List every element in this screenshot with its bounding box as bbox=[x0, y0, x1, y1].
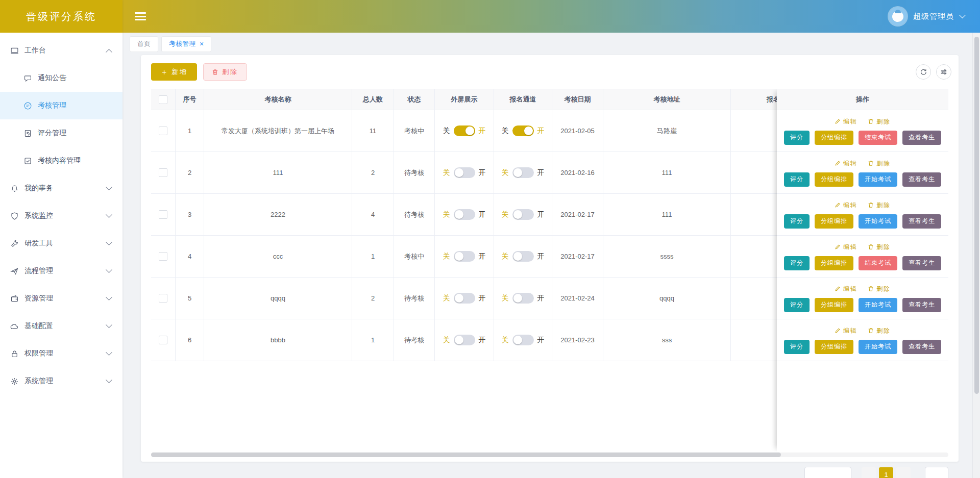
view-candidates-button[interactable]: 查看考生 bbox=[902, 298, 941, 312]
group-arrange-button[interactable]: 分组编排 bbox=[815, 298, 853, 312]
signup-channel-toggle[interactable]: 关开 bbox=[502, 125, 545, 136]
sidebar-item-resource-mgmt[interactable]: 资源管理 bbox=[0, 285, 122, 312]
view-candidates-button[interactable]: 查看考生 bbox=[902, 340, 941, 354]
refresh-button[interactable] bbox=[916, 64, 931, 80]
score-button[interactable]: 评分 bbox=[784, 340, 810, 354]
sidebar-item-basic-config[interactable]: 基础配置 bbox=[0, 312, 122, 340]
row-checkbox[interactable] bbox=[159, 294, 167, 303]
signup-channel-toggle[interactable]: 关开 bbox=[502, 251, 545, 262]
sidebar-item-scoring[interactable]: 评分管理 bbox=[0, 119, 122, 147]
delete-link[interactable]: 删除 bbox=[868, 117, 891, 126]
toggle-pill[interactable] bbox=[512, 209, 534, 220]
select-all-checkbox[interactable] bbox=[159, 95, 167, 104]
edit-link[interactable]: 编辑 bbox=[835, 326, 857, 335]
tab-assessment[interactable]: 考核管理 × bbox=[161, 36, 211, 52]
toggle-pill[interactable] bbox=[512, 293, 534, 304]
chevron-down-icon bbox=[106, 266, 112, 273]
row-checkbox[interactable] bbox=[159, 336, 167, 344]
delete-link[interactable]: 删除 bbox=[868, 326, 891, 335]
column-settings-button[interactable] bbox=[936, 64, 951, 80]
user-menu[interactable]: 超级管理员 bbox=[889, 7, 965, 26]
toggle-pill[interactable] bbox=[454, 293, 475, 304]
start-exam-button[interactable]: 开始考试 bbox=[859, 214, 897, 229]
page-jump-input[interactable] bbox=[925, 467, 948, 478]
edit-link[interactable]: 编辑 bbox=[835, 285, 857, 293]
screen-display-toggle[interactable]: 关开 bbox=[443, 125, 486, 136]
screen-display-toggle[interactable]: 关开 bbox=[443, 209, 486, 220]
score-button[interactable]: 评分 bbox=[784, 131, 810, 145]
edit-link[interactable]: 编辑 bbox=[835, 159, 857, 168]
start-exam-button[interactable]: 开始考试 bbox=[859, 172, 897, 187]
sidebar-item-assessment[interactable]: 考核管理 bbox=[0, 92, 122, 119]
end-exam-button[interactable]: 结束考试 bbox=[859, 131, 897, 145]
prev-page-button[interactable] bbox=[862, 467, 876, 478]
score-button[interactable]: 评分 bbox=[784, 214, 810, 229]
sidebar-item-my-affairs[interactable]: 我的事务 bbox=[0, 174, 122, 202]
signup-channel-toggle[interactable]: 关开 bbox=[502, 293, 545, 304]
score-button[interactable]: 评分 bbox=[784, 256, 810, 270]
group-arrange-button[interactable]: 分组编排 bbox=[815, 256, 853, 270]
view-candidates-button[interactable]: 查看考生 bbox=[902, 256, 941, 270]
start-exam-button[interactable]: 开始考试 bbox=[859, 298, 897, 312]
screen-display-toggle[interactable]: 关开 bbox=[443, 335, 486, 345]
edit-link[interactable]: 编辑 bbox=[835, 117, 857, 126]
signup-channel-toggle[interactable]: 关开 bbox=[502, 209, 545, 220]
group-arrange-button[interactable]: 分组编排 bbox=[815, 131, 853, 145]
sidebar-item-workbench[interactable]: 工作台 bbox=[0, 37, 122, 64]
group-arrange-button[interactable]: 分组编排 bbox=[815, 172, 853, 187]
edit-link[interactable]: 编辑 bbox=[835, 243, 857, 251]
row-checkbox[interactable] bbox=[159, 210, 167, 219]
toggle-pill[interactable] bbox=[454, 167, 475, 178]
start-exam-button[interactable]: 开始考试 bbox=[859, 340, 897, 354]
next-page-button[interactable] bbox=[896, 467, 911, 478]
group-arrange-button[interactable]: 分组编排 bbox=[815, 214, 853, 229]
sidebar-item-system-monitor[interactable]: 系统监控 bbox=[0, 202, 122, 230]
view-candidates-button[interactable]: 查看考生 bbox=[902, 214, 941, 229]
horizontal-scrollbar-thumb[interactable] bbox=[151, 452, 781, 457]
screen-display-toggle[interactable]: 关开 bbox=[443, 293, 486, 304]
signup-channel-toggle[interactable]: 关开 bbox=[502, 335, 545, 345]
delete-link[interactable]: 删除 bbox=[868, 285, 891, 293]
toggle-pill[interactable] bbox=[454, 209, 475, 220]
horizontal-scrollbar[interactable] bbox=[151, 452, 948, 457]
toggle-pill[interactable] bbox=[454, 251, 475, 262]
score-button[interactable]: 评分 bbox=[784, 172, 810, 187]
add-button[interactable]: ＋ 新增 bbox=[151, 63, 197, 81]
page-size-select[interactable] bbox=[804, 467, 851, 478]
delete-link[interactable]: 删除 bbox=[868, 243, 891, 251]
toggle-pill[interactable] bbox=[454, 335, 475, 345]
current-page-button[interactable]: 1 bbox=[879, 467, 893, 478]
delete-button[interactable]: 删除 bbox=[203, 63, 247, 81]
screen-display-toggle[interactable]: 关开 bbox=[443, 251, 486, 262]
toggle-pill[interactable] bbox=[512, 335, 534, 345]
delete-link[interactable]: 删除 bbox=[868, 159, 891, 168]
vertical-scrollbar[interactable] bbox=[972, 33, 980, 478]
sidebar-item-notice[interactable]: 通知公告 bbox=[0, 64, 122, 92]
vertical-scrollbar-thumb[interactable] bbox=[974, 37, 979, 394]
group-arrange-button[interactable]: 分组编排 bbox=[815, 340, 853, 354]
edit-link-label: 编辑 bbox=[843, 117, 857, 126]
row-checkbox[interactable] bbox=[159, 168, 167, 177]
sidebar-item-assessment-content[interactable]: 考核内容管理 bbox=[0, 147, 122, 174]
row-checkbox[interactable] bbox=[159, 252, 167, 261]
view-candidates-button[interactable]: 查看考生 bbox=[902, 172, 941, 187]
tab-home[interactable]: 首页 bbox=[130, 36, 158, 52]
screen-display-toggle[interactable]: 关开 bbox=[443, 167, 486, 178]
edit-link[interactable]: 编辑 bbox=[835, 201, 857, 210]
sidebar-item-process-mgmt[interactable]: 流程管理 bbox=[0, 257, 122, 285]
delete-link[interactable]: 删除 bbox=[868, 201, 891, 210]
signup-channel-toggle[interactable]: 关开 bbox=[502, 167, 545, 178]
sidebar-item-system-mgmt[interactable]: 系统管理 bbox=[0, 367, 122, 395]
close-icon[interactable]: × bbox=[200, 40, 204, 47]
toggle-pill[interactable] bbox=[512, 251, 534, 262]
toggle-pill[interactable] bbox=[512, 167, 534, 178]
toggle-pill[interactable] bbox=[454, 125, 475, 136]
view-candidates-button[interactable]: 查看考生 bbox=[902, 131, 941, 145]
hamburger-menu-icon[interactable] bbox=[135, 11, 146, 22]
sidebar-item-permission-mgmt[interactable]: 权限管理 bbox=[0, 340, 122, 367]
sidebar-item-dev-tools[interactable]: 研发工具 bbox=[0, 230, 122, 257]
score-button[interactable]: 评分 bbox=[784, 298, 810, 312]
end-exam-button[interactable]: 结束考试 bbox=[859, 256, 897, 270]
row-checkbox[interactable] bbox=[159, 127, 167, 135]
toggle-pill[interactable] bbox=[512, 125, 534, 136]
